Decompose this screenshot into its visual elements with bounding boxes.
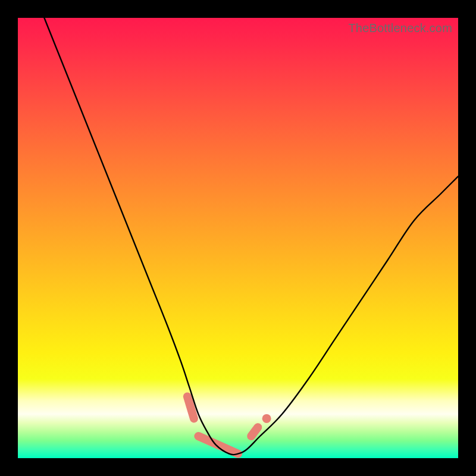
bottleneck-curve [44, 18, 458, 455]
chart-frame: TheBottleneck.com [0, 0, 476, 476]
highlight-seg-2 [251, 427, 258, 436]
curve-layer [18, 18, 458, 458]
plot-area: TheBottleneck.com [18, 18, 458, 458]
highlight-seg-1 [198, 436, 238, 454]
highlight-optimal-range [187, 396, 271, 453]
highlight-marker [262, 414, 271, 423]
